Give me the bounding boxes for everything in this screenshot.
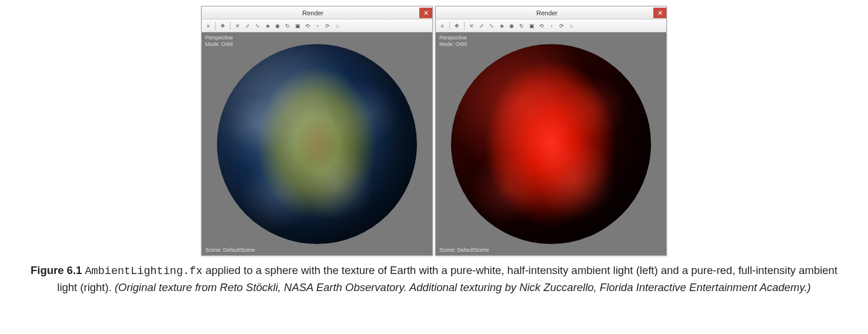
scale-icon[interactable]: ⤢ xyxy=(478,22,486,30)
code-filename: AmbientLighting.fx xyxy=(85,265,202,278)
figure-caption: Figure 6.1 AmbientLighting.fx applied to… xyxy=(22,263,846,296)
pan-icon[interactable]: ✥ xyxy=(453,22,461,30)
move-icon[interactable]: ⤧ xyxy=(233,22,242,30)
viewport-right[interactable]: Perspective Mode: Orbit Scene: DefaultSc… xyxy=(436,32,666,255)
target-icon[interactable]: ◉ xyxy=(273,22,282,30)
pan-icon[interactable]: ✥ xyxy=(219,22,227,30)
toolbar-right: ≡ ✥ ⤧ ⤢ ⤡ ◈ ◉ ↻ ▣ ⟲ ‹ ⟳ ⌂ xyxy=(436,19,666,32)
mode-label: Mode: Orbit xyxy=(205,41,233,47)
menu-icon[interactable]: ≡ xyxy=(204,22,212,30)
rotate-icon[interactable]: ⤡ xyxy=(253,22,262,30)
earth-sphere-red-ambient xyxy=(451,44,651,244)
mode-label: Mode: Orbit xyxy=(439,41,467,47)
back-icon[interactable]: ‹ xyxy=(313,22,322,30)
scene-label: Scene: DefaultScene xyxy=(439,247,489,253)
orbit-icon[interactable]: ↻ xyxy=(518,22,526,30)
move-icon[interactable]: ⤧ xyxy=(468,22,476,30)
viewport-mode-label: Perspective Mode: Orbit xyxy=(439,35,467,48)
titlebar-left[interactable]: Render ✕ xyxy=(202,6,432,19)
menu-icon[interactable]: ≡ xyxy=(438,22,446,30)
figure-number: Figure 6.1 xyxy=(31,264,82,276)
perspective-label: Perspective xyxy=(439,35,467,41)
target-icon[interactable]: ◉ xyxy=(508,22,516,30)
scene-label: Scene: DefaultScene xyxy=(205,247,255,253)
scale-icon[interactable]: ⤢ xyxy=(243,22,252,30)
render-panels-row: Render ✕ ≡ ✥ ⤧ ⤢ ⤡ ◈ ◉ ↻ ▣ ⟲ ‹ ⟳ ⌂ xyxy=(201,6,667,256)
close-button[interactable]: ✕ xyxy=(653,8,666,18)
select-icon[interactable]: ◈ xyxy=(263,22,272,30)
home-icon[interactable]: ⌂ xyxy=(333,22,342,30)
titlebar-right[interactable]: Render ✕ xyxy=(436,6,666,19)
toolbar-separator xyxy=(449,22,450,30)
earth-sphere-white-ambient xyxy=(217,44,417,244)
orbit-icon[interactable]: ↻ xyxy=(283,22,292,30)
toolbar-separator xyxy=(215,22,216,30)
back-icon[interactable]: ‹ xyxy=(547,22,556,30)
rotate-icon[interactable]: ⤡ xyxy=(488,22,496,30)
render-window-left: Render ✕ ≡ ✥ ⤧ ⤢ ⤡ ◈ ◉ ↻ ▣ ⟲ ‹ ⟳ ⌂ xyxy=(201,6,433,256)
viewport-left[interactable]: Perspective Mode: Orbit Scene: DefaultSc… xyxy=(202,32,432,255)
frame-icon[interactable]: ▣ xyxy=(528,22,536,30)
figure-container: Render ✕ ≡ ✥ ⤧ ⤢ ⤡ ◈ ◉ ↻ ▣ ⟲ ‹ ⟳ ⌂ xyxy=(18,6,850,296)
redo-icon[interactable]: ⟳ xyxy=(323,22,332,30)
home-icon[interactable]: ⌂ xyxy=(567,22,576,30)
select-icon[interactable]: ◈ xyxy=(498,22,506,30)
toolbar-left: ≡ ✥ ⤧ ⤢ ⤡ ◈ ◉ ↻ ▣ ⟲ ‹ ⟳ ⌂ xyxy=(202,19,432,32)
viewport-mode-label: Perspective Mode: Orbit xyxy=(205,35,233,48)
window-title: Render xyxy=(440,9,653,16)
perspective-label: Perspective xyxy=(205,35,233,41)
redo-icon[interactable]: ⟳ xyxy=(557,22,566,30)
undo-icon[interactable]: ⟲ xyxy=(538,22,546,30)
toolbar-separator xyxy=(230,22,231,30)
render-window-right: Render ✕ ≡ ✥ ⤧ ⤢ ⤡ ◈ ◉ ↻ ▣ ⟲ ‹ ⟳ ⌂ xyxy=(435,6,667,256)
toolbar-separator xyxy=(464,22,465,30)
window-title: Render xyxy=(206,9,419,16)
undo-icon[interactable]: ⟲ xyxy=(303,22,312,30)
frame-icon[interactable]: ▣ xyxy=(293,22,302,30)
caption-attribution: (Original texture from Reto Stöckli, NAS… xyxy=(115,281,811,293)
close-button[interactable]: ✕ xyxy=(419,8,432,18)
